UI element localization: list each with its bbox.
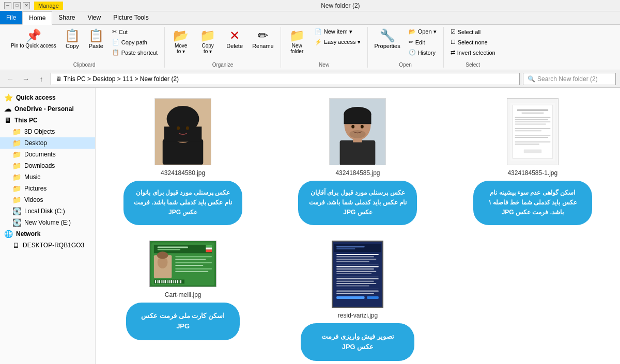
minimize-icon[interactable]: ─ xyxy=(4,2,11,9)
svg-rect-78 xyxy=(337,280,375,281)
select-none-label: Select none xyxy=(458,39,488,45)
file-bubble-id: اسکن کارت ملی فرمت عکس JPG xyxy=(126,303,240,341)
svg-rect-61 xyxy=(179,280,179,283)
svg-rect-26 xyxy=(515,135,550,136)
file-thumb-id[interactable] xyxy=(149,241,216,287)
copy-to-button[interactable]: 📁 Copyto ▾ xyxy=(195,27,221,57)
history-button[interactable]: 🕐 History xyxy=(405,48,439,57)
svg-rect-77 xyxy=(337,278,379,279)
sidebar-label-network: Network xyxy=(16,230,40,238)
sidebar-item-pictures[interactable]: 📁 Pictures xyxy=(0,183,95,194)
copy-button[interactable]: 📋 Copy xyxy=(61,27,84,52)
sidebar-item-onedrive[interactable]: ☁ OneDrive - Personal xyxy=(0,103,95,115)
path-text: This PC > Desktop > 111 > New folder (2) xyxy=(64,75,179,83)
open-button[interactable]: 📂 Open ▾ xyxy=(405,27,440,37)
move-icon: 📂 xyxy=(173,29,189,42)
history-icon: 🕐 xyxy=(409,49,416,56)
svg-rect-79 xyxy=(337,283,377,284)
paste-shortcut-icon: 📋 xyxy=(112,49,119,56)
tab-file[interactable]: File xyxy=(0,11,22,24)
copy-label: Copy xyxy=(66,43,79,49)
move-to-button[interactable]: 📂 Moveto ▾ xyxy=(168,27,194,57)
select-all-button[interactable]: ☑ Select all xyxy=(447,27,485,37)
file-item-id: Cart-melli.jpg اسکن کارت ملی فرمت عکس JP… xyxy=(106,241,260,361)
clipboard-items: 📌 Pin to Quick access 📋 Copy 📋 Paste ✂ C… xyxy=(7,27,161,60)
copy-to-icon: 📁 xyxy=(200,29,215,42)
pin-to-quick-access-button[interactable]: 📌 Pin to Quick access xyxy=(7,27,60,52)
new-item-button[interactable]: 📄 New item ▾ xyxy=(311,27,356,37)
new-folder-button[interactable]: 📁 Newfolder xyxy=(284,27,310,57)
ribbon: 📌 Pin to Quick access 📋 Copy 📋 Paste ✂ C… xyxy=(0,25,620,70)
edit-button[interactable]: ✏ Edit xyxy=(405,37,429,47)
sidebar-item-new-volume[interactable]: 💽 New Volume (E:) xyxy=(0,217,95,228)
file-bubble-phone: تصویر فیش واریزی فرمت عکس JPG xyxy=(301,323,414,361)
sidebar-label-new-volume: New Volume (E:) xyxy=(24,219,71,226)
cut-button[interactable]: ✂ Cut xyxy=(109,27,131,37)
up-button[interactable]: ↑ xyxy=(35,73,48,85)
sidebar-item-downloads[interactable]: 📁 Downloads xyxy=(0,160,95,171)
new-item-icon: 📄 xyxy=(315,28,322,35)
desktop-pc-icon: 🖥 xyxy=(12,241,20,249)
svg-rect-20 xyxy=(515,117,550,118)
tab-share[interactable]: Share xyxy=(52,11,81,24)
easy-access-button[interactable]: ⚡ Easy access ▾ xyxy=(311,37,364,47)
search-icon: 🔍 xyxy=(528,75,535,83)
tab-view[interactable]: View xyxy=(81,11,107,24)
paste-button[interactable]: 📋 Paste xyxy=(85,27,107,52)
sidebar-item-network[interactable]: 🌐 Network xyxy=(0,228,95,240)
svg-rect-43 xyxy=(175,259,206,260)
svg-rect-56 xyxy=(169,280,170,283)
close-icon[interactable]: ✕ xyxy=(23,2,30,9)
file-thumb-phone[interactable] xyxy=(332,241,383,308)
main-layout: ⭐ Quick access ☁ OneDrive - Personal 🖥 T… xyxy=(0,88,620,364)
svg-rect-37 xyxy=(206,247,212,249)
svg-rect-64 xyxy=(334,244,381,252)
easy-access-icon: ⚡ xyxy=(315,39,322,45)
svg-rect-8 xyxy=(340,140,376,165)
back-button[interactable]: ← xyxy=(4,73,17,85)
sidebar-item-quick-access[interactable]: ⭐ Quick access xyxy=(0,92,95,103)
sidebar-item-this-pc[interactable]: 🖥 This PC xyxy=(0,115,95,126)
copy-path-button[interactable]: 📄 Copy path xyxy=(109,37,151,47)
rename-button[interactable]: ✏ Rename xyxy=(249,27,277,52)
delete-icon: ✕ xyxy=(229,29,240,42)
sidebar-label-onedrive: OneDrive - Personal xyxy=(14,105,74,113)
paste-shortcut-button[interactable]: 📋 Paste shortcut xyxy=(109,48,161,57)
sidebar-item-desktop[interactable]: 📁 Desktop xyxy=(0,137,95,149)
select-none-button[interactable]: ☐ Select none xyxy=(447,37,491,47)
file-thumb-male[interactable] xyxy=(329,98,386,165)
file-thumb-doc[interactable] xyxy=(507,98,559,165)
new-small-buttons: 📄 New item ▾ ⚡ Easy access ▾ xyxy=(311,27,364,47)
sidebar-item-music[interactable]: 📁 Music xyxy=(0,171,95,183)
tab-home[interactable]: Home xyxy=(22,11,52,25)
forward-button[interactable]: → xyxy=(20,73,32,85)
maximize-icon[interactable]: □ xyxy=(13,2,21,9)
svg-rect-80 xyxy=(337,285,370,286)
invert-selection-button[interactable]: ⇄ Invert selection xyxy=(447,48,499,57)
network-icon: 🌐 xyxy=(4,230,13,238)
search-box[interactable]: 🔍 Search New folder (2) xyxy=(523,73,616,85)
svg-rect-22 xyxy=(515,121,550,122)
manage-tab: Manage xyxy=(34,2,63,10)
svg-rect-23 xyxy=(515,123,546,124)
svg-point-14 xyxy=(361,125,364,129)
sidebar-item-videos[interactable]: 📁 Videos xyxy=(0,194,95,205)
svg-rect-72 xyxy=(337,266,379,267)
select-group: ☑ Select all ☐ Select none ⇄ Invert sele… xyxy=(444,27,502,68)
sidebar-item-documents[interactable]: 📁 Documents xyxy=(0,149,95,160)
sidebar-label-this-pc: This PC xyxy=(14,117,38,124)
svg-rect-68 xyxy=(337,256,375,257)
select-all-icon: ☑ xyxy=(451,28,456,35)
properties-button[interactable]: 🔧 Properties xyxy=(371,27,404,52)
invert-icon: ⇄ xyxy=(451,49,455,56)
file-thumb-female[interactable] xyxy=(154,98,211,165)
sidebar-item-3d-objects[interactable]: 📁 3D Objects xyxy=(0,126,95,137)
tab-picture-tools[interactable]: Picture Tools xyxy=(107,11,154,24)
sidebar-label-desktop: Desktop xyxy=(24,139,47,147)
address-path[interactable]: 🖥 This PC > Desktop > 111 > New folder (… xyxy=(51,73,520,85)
file-item-female: 4324184580.jpg عکس پرسنلی مورد قبول برای… xyxy=(106,98,260,225)
delete-button[interactable]: ✕ Delete xyxy=(222,27,247,52)
window-title: New folder (2) xyxy=(65,2,616,9)
sidebar-item-desktop-pc[interactable]: 🖥 DESKTOP-RQB1GO3 xyxy=(0,240,95,251)
sidebar-item-local-disk[interactable]: 💽 Local Disk (C:) xyxy=(0,205,95,217)
